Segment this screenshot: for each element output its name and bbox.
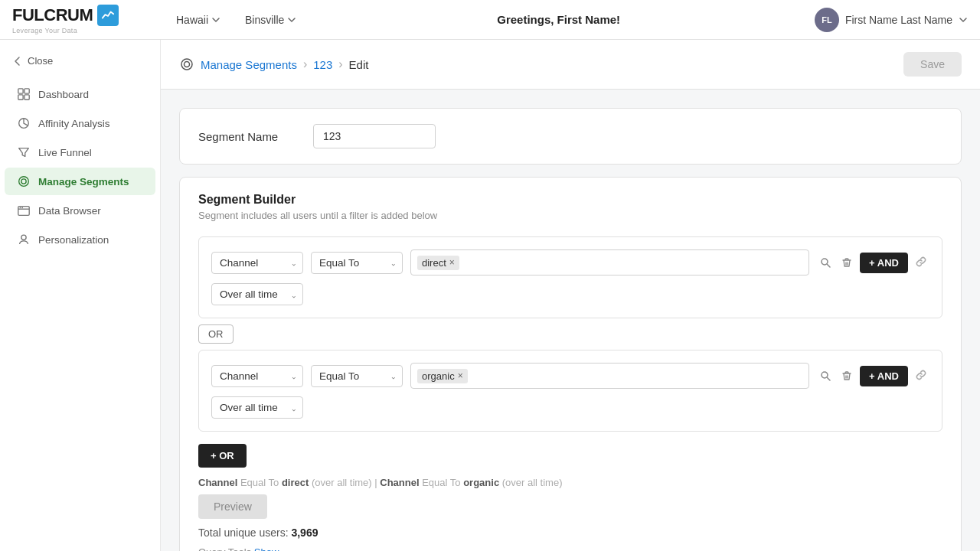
add-or-button[interactable]: + OR: [198, 444, 247, 468]
page-content: Segment Name Segment Builder Segment inc…: [161, 90, 980, 551]
svg-point-9: [20, 207, 21, 209]
add-and-btn-1[interactable]: + AND: [860, 253, 908, 273]
qs-time2: (over all time): [502, 477, 563, 488]
time-select-wrapper-2: Over all time Last 7 days Last 30 days L…: [211, 396, 303, 419]
filter-tag-direct: direct ×: [417, 256, 459, 270]
tag-value: direct: [422, 257, 446, 269]
time-select-wrapper-1: Over all time Last 7 days Last 30 days L…: [211, 283, 303, 305]
sidebar-item-dashboard[interactable]: Dashboard: [5, 80, 155, 108]
breadcrumb-sep2: ›: [338, 57, 342, 71]
operator-select-wrapper-1: Equal To Not Equal To Contains: [311, 252, 403, 274]
search-icon-2: [820, 370, 831, 381]
segment-name-input[interactable]: [313, 124, 436, 148]
segment-name-label: Segment Name: [198, 130, 298, 143]
tag-value-organic: organic: [422, 370, 455, 382]
add-and-btn-2[interactable]: + AND: [860, 366, 908, 386]
browser-icon: [17, 204, 31, 217]
filter-group-2: Channel Source Medium Campaign Equal To …: [198, 350, 942, 432]
and-btn-label-1: + AND: [869, 257, 899, 269]
breadcrumb-middle[interactable]: 123: [313, 58, 332, 71]
sidebar-item-manage-segments[interactable]: Manage Segments: [5, 168, 155, 195]
time-row-1: Over all time Last 7 days Last 30 days L…: [211, 283, 929, 305]
svg-rect-3: [24, 95, 29, 99]
topbar: FULCRUM Leverage Your Data Hawaii Binsvi…: [0, 0, 980, 40]
segments-icon: [17, 174, 31, 188]
search-icon: [820, 257, 831, 268]
dimension-select-wrapper-2: Channel Source Medium Campaign: [211, 365, 303, 387]
svg-point-13: [181, 59, 192, 70]
segment-builder-card: Segment Builder Segment includes all use…: [179, 177, 962, 551]
search-filter-btn-1[interactable]: [817, 254, 834, 271]
user-chevron-icon: [959, 15, 968, 24]
add-or-section: + OR: [198, 441, 942, 468]
delete-filter-btn-2[interactable]: [838, 367, 855, 384]
operator-select-wrapper-2: Equal To Not Equal To Contains: [311, 365, 403, 387]
sidebar-item-personalization[interactable]: Personalization: [5, 226, 155, 253]
link-btn-2[interactable]: [913, 367, 929, 386]
back-arrow-icon: [12, 56, 23, 67]
breadcrumb-root[interactable]: Manage Segments: [201, 58, 297, 71]
dimension-select-wrapper-1: Channel Source Medium Campaign: [211, 252, 303, 274]
sidebar-item-affinity-analysis[interactable]: Affinity Analysis: [5, 109, 155, 137]
operator-select-2[interactable]: Equal To Not Equal To Contains: [311, 365, 403, 387]
breadcrumb-current: Edit: [349, 58, 369, 71]
svg-point-12: [185, 62, 190, 67]
main-content: Manage Segments › 123 › Edit Save Segmen…: [161, 40, 980, 551]
svg-point-16: [822, 372, 828, 378]
main-layout: Close Dashboard Affinity Analysis Live F…: [0, 40, 980, 551]
sidebar-item-data-browser[interactable]: Data Browser: [5, 197, 155, 224]
qs-channel1: Channel: [198, 477, 237, 488]
tag-close-direct[interactable]: ×: [449, 257, 455, 268]
filter-row-1: Channel Source Medium Campaign Equal To …: [211, 249, 929, 276]
user-menu[interactable]: FL First Name Last Name: [815, 8, 968, 32]
filter-tags-area-2: organic ×: [410, 363, 809, 389]
location1-dropdown[interactable]: Hawaii: [170, 11, 227, 29]
logo: FULCRUM Leverage Your Data: [12, 5, 158, 34]
qs-equalto1: Equal To: [240, 477, 282, 488]
filter-row-2: Channel Source Medium Campaign Equal To …: [211, 363, 929, 389]
time-select-1[interactable]: Over all time Last 7 days Last 30 days L…: [211, 283, 303, 305]
time-select-2[interactable]: Over all time Last 7 days Last 30 days L…: [211, 396, 303, 419]
svg-rect-0: [18, 89, 23, 93]
dimension-select-2[interactable]: Channel Source Medium Campaign: [211, 365, 303, 387]
filter-actions-1: + AND: [817, 253, 929, 273]
sidebar: Close Dashboard Affinity Analysis Live F…: [0, 40, 161, 551]
delete-filter-btn-1[interactable]: [838, 254, 855, 271]
operator-select-1[interactable]: Equal To Not Equal To Contains: [311, 252, 403, 274]
filter-actions-2: + AND: [817, 366, 929, 386]
filter-group-1: Channel Source Medium Campaign Equal To …: [198, 236, 942, 318]
qs-direct: direct: [282, 477, 309, 488]
total-label: Total unique users:: [198, 527, 289, 539]
link-icon-2: [916, 370, 926, 380]
preview-button[interactable]: Preview: [198, 494, 267, 519]
segments-breadcrumb-icon: [179, 57, 194, 72]
close-button[interactable]: Close: [0, 49, 160, 73]
qs-channel2: Channel: [380, 477, 419, 488]
sidebar-item-label-dashboard: Dashboard: [38, 89, 89, 100]
sidebar-item-live-funnel[interactable]: Live Funnel: [5, 139, 155, 166]
time-row-2: Over all time Last 7 days Last 30 days L…: [211, 396, 929, 419]
svg-rect-1: [24, 89, 29, 93]
location2-dropdown[interactable]: Binsville: [239, 11, 302, 29]
link-btn-1[interactable]: [913, 253, 929, 272]
query-tools-show-link[interactable]: Show: [254, 546, 279, 551]
svg-point-10: [21, 207, 23, 209]
qs-organic: organic: [463, 477, 499, 488]
breadcrumb: Manage Segments › 123 › Edit: [179, 57, 368, 72]
dimension-select-1[interactable]: Channel Source Medium Campaign: [211, 252, 303, 274]
filter-tag-organic: organic ×: [417, 369, 468, 383]
svg-point-5: [21, 179, 26, 184]
sidebar-item-label-affinity: Affinity Analysis: [38, 118, 110, 129]
tag-close-organic[interactable]: ×: [458, 370, 463, 381]
search-filter-btn-2[interactable]: [817, 367, 834, 384]
segment-name-row: Segment Name: [198, 124, 942, 148]
sidebar-item-label-personalization: Personalization: [38, 234, 109, 246]
chevron-down-icon: [211, 15, 220, 24]
query-tools-row: Query Tools Show: [198, 546, 942, 551]
link-icon: [916, 256, 926, 267]
qs-time1: (over all time) |: [312, 477, 380, 488]
save-button[interactable]: Save: [903, 52, 962, 77]
breadcrumb-sep1: ›: [303, 57, 307, 71]
svg-point-14: [822, 259, 828, 265]
funnel-icon: [17, 145, 31, 159]
